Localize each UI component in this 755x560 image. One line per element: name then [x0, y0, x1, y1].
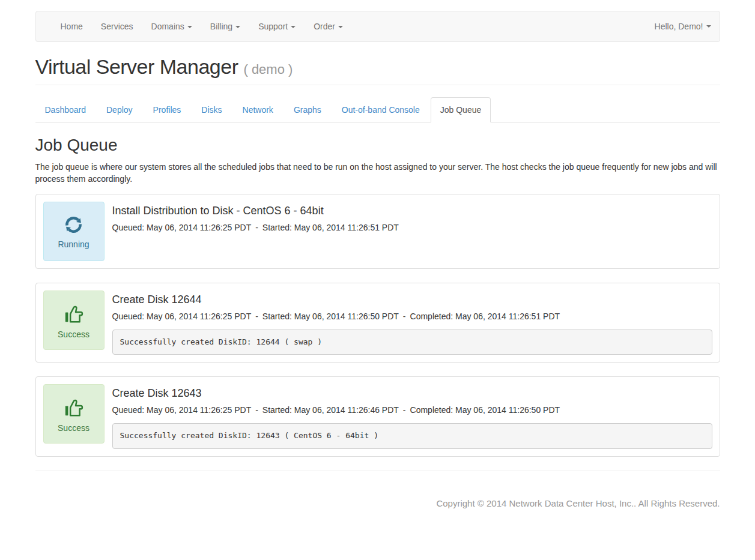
tab-link-out-of-band-console[interactable]: Out-of-band Console: [332, 97, 429, 122]
timestamp-value: May 06, 2014 11:26:25 PDT: [147, 223, 251, 232]
tab-deploy: Deploy: [97, 97, 144, 122]
timestamp-started: Started: May 06, 2014 11:26:51 PDT: [262, 223, 399, 232]
timestamp-label: Started:: [262, 405, 292, 415]
status-badge: Running: [58, 240, 89, 248]
timestamp-label: Queued:: [112, 405, 145, 415]
tab-job-queue: Job Queue: [431, 97, 493, 122]
refresh-icon: [62, 214, 85, 236]
meta-separator: -: [403, 312, 406, 321]
timestamp-value: May 06, 2014 11:26:25 PDT: [147, 312, 251, 321]
thumbs-up-icon: [62, 396, 86, 420]
job-details: Create Disk 12643Queued: May 06, 2014 11…: [112, 384, 712, 448]
page-title-text: Virtual Server Manager: [35, 55, 238, 78]
timestamp-label: Started:: [262, 312, 292, 321]
job-timestamps: Queued: May 06, 2014 11:26:25 PDT-Starte…: [112, 223, 712, 232]
timestamp-started: Started: May 06, 2014 11:26:50 PDT: [262, 312, 399, 321]
thumbs-up-icon: [62, 302, 86, 326]
nav-item-billing: Billing: [201, 11, 249, 41]
tab-link-dashboard[interactable]: Dashboard: [35, 97, 96, 122]
job-status-box: Success: [43, 384, 105, 444]
nav-link-label: Order: [314, 22, 335, 31]
tab-link-graphs[interactable]: Graphs: [284, 97, 331, 122]
nav-link-services[interactable]: Services: [92, 11, 142, 41]
job-status-box: Success: [43, 291, 105, 350]
page-container: HomeServicesDomainsBillingSupportOrder H…: [26, 11, 729, 560]
nav-link-order[interactable]: Order: [305, 11, 352, 41]
meta-separator: -: [255, 223, 258, 232]
meta-separator: -: [255, 312, 258, 321]
copyright-text: Copyright © 2014 Network Data Center Hos…: [35, 498, 720, 508]
page-header: Virtual Server Manager ( demo ): [35, 55, 720, 85]
timestamp-label: Completed:: [410, 405, 453, 415]
tab-bar: DashboardDeployProfilesDisksNetworkGraph…: [35, 97, 720, 122]
tab-link-disks[interactable]: Disks: [192, 97, 231, 122]
timestamp-value: May 06, 2014 11:26:50 PDT: [455, 405, 560, 415]
nav-item-home: Home: [52, 11, 92, 41]
job-details: Create Disk 12644Queued: May 06, 2014 11…: [112, 291, 712, 355]
caret-down-icon: [291, 26, 296, 28]
nav-link-label: Domains: [151, 22, 184, 31]
job-details: Install Distribution to Disk - CentOS 6 …: [112, 202, 712, 232]
caret-down-icon: [706, 25, 711, 28]
timestamp-queued: Queued: May 06, 2014 11:26:25 PDT: [112, 312, 252, 321]
main-navbar: HomeServicesDomainsBillingSupportOrder H…: [35, 11, 720, 42]
timestamp-queued: Queued: May 06, 2014 11:26:25 PDT: [112, 405, 252, 415]
user-menu-label: Hello, Demo!: [655, 22, 703, 31]
timestamp-started: Started: May 06, 2014 11:26:46 PDT: [262, 405, 399, 415]
timestamp-label: Queued:: [112, 223, 145, 232]
section-heading: Job Queue: [35, 136, 720, 155]
timestamp-value: May 06, 2014 11:26:50 PDT: [294, 312, 399, 321]
tab-dashboard: Dashboard: [35, 97, 97, 122]
job-timestamps: Queued: May 06, 2014 11:26:25 PDT-Starte…: [112, 312, 712, 321]
timestamp-value: May 06, 2014 11:26:46 PDT: [294, 405, 399, 415]
caret-down-icon: [338, 26, 343, 28]
tab-link-network[interactable]: Network: [233, 97, 283, 122]
footer-divider: [35, 471, 720, 471]
job-card: SuccessCreate Disk 12643Queued: May 06, …: [35, 376, 720, 456]
tab-out-of-band-console: Out-of-band Console: [332, 97, 431, 122]
tab-graphs: Graphs: [284, 97, 332, 122]
nav-item-support: Support: [249, 11, 305, 41]
timestamp-value: May 06, 2014 11:26:51 PDT: [455, 312, 560, 321]
timestamp-completed: Completed: May 06, 2014 11:26:51 PDT: [410, 312, 560, 321]
tab-disks: Disks: [192, 97, 232, 122]
footer: Copyright © 2014 Network Data Center Hos…: [35, 498, 720, 508]
page-subtitle: ( demo ): [243, 62, 293, 77]
timestamp-value: May 06, 2014 11:26:51 PDT: [294, 223, 399, 232]
job-card: RunningInstall Distribution to Disk - Ce…: [35, 194, 720, 269]
job-list: RunningInstall Distribution to Disk - Ce…: [35, 194, 720, 457]
nav-link-home[interactable]: Home: [52, 11, 92, 41]
timestamp-queued: Queued: May 06, 2014 11:26:25 PDT: [112, 223, 252, 232]
tab-link-job-queue[interactable]: Job Queue: [431, 97, 491, 122]
nav-link-label: Home: [61, 22, 83, 31]
job-timestamps: Queued: May 06, 2014 11:26:25 PDT-Starte…: [112, 405, 712, 415]
nav-item-domains: Domains: [142, 11, 201, 41]
job-output-log: Successfully created DiskID: 12643 ( Cen…: [112, 423, 712, 448]
timestamp-label: Started:: [262, 223, 292, 232]
nav-link-billing[interactable]: Billing: [201, 11, 249, 41]
job-card: SuccessCreate Disk 12644Queued: May 06, …: [35, 283, 720, 363]
job-status-box: Running: [43, 202, 105, 261]
nav-item-services: Services: [92, 11, 142, 41]
caret-down-icon: [187, 26, 192, 28]
tab-link-profiles[interactable]: Profiles: [144, 97, 191, 122]
timestamp-label: Completed:: [410, 312, 453, 321]
navbar-menu: HomeServicesDomainsBillingSupportOrder: [36, 11, 353, 41]
tab-network: Network: [233, 97, 284, 122]
nav-link-label: Services: [101, 22, 133, 31]
timestamp-label: Queued:: [112, 312, 145, 321]
nav-link-support[interactable]: Support: [249, 11, 305, 41]
tab-profiles: Profiles: [144, 97, 192, 122]
page-title: Virtual Server Manager ( demo ): [35, 55, 720, 79]
nav-link-domains[interactable]: Domains: [142, 11, 201, 41]
nav-item-order: Order: [305, 11, 352, 41]
timestamp-completed: Completed: May 06, 2014 11:26:50 PDT: [410, 405, 560, 415]
caret-down-icon: [235, 26, 240, 28]
status-badge: Success: [58, 424, 89, 432]
status-badge: Success: [58, 330, 89, 339]
job-output-log: Successfully created DiskID: 12644 ( swa…: [112, 330, 712, 355]
user-menu-button[interactable]: Hello, Demo!: [646, 11, 720, 41]
nav-link-label: Support: [258, 22, 288, 31]
tab-link-deploy[interactable]: Deploy: [97, 97, 142, 122]
meta-separator: -: [255, 405, 258, 415]
